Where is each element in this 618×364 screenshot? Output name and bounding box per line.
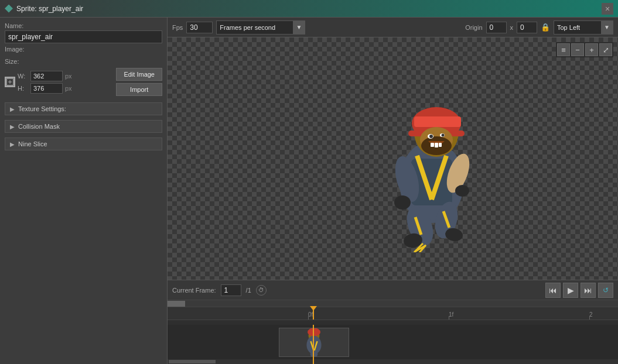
width-input[interactable] <box>30 71 63 81</box>
right-panel: Fps Frames per second Frames per game fr… <box>168 18 618 364</box>
texture-arrow-icon: ▶ <box>10 106 15 112</box>
origin-y-input[interactable] <box>517 22 537 33</box>
svg-point-22 <box>394 195 411 210</box>
total-frames-label: /1 <box>246 287 251 294</box>
nineslice-arrow-icon: ▶ <box>10 141 15 147</box>
width-unit: px <box>65 73 72 80</box>
svg-rect-18 <box>435 143 438 147</box>
fps-input[interactable] <box>186 22 213 33</box>
title-bar: Sprite: spr_player_air × <box>0 0 618 18</box>
width-label: W: <box>18 73 28 80</box>
image-label: Image: <box>5 46 162 53</box>
loop-button[interactable]: ↺ <box>598 283 613 298</box>
ruler-line-0f <box>308 316 309 320</box>
timeline-thumb[interactable] <box>168 301 185 307</box>
playhead-marker <box>310 306 317 311</box>
speed-icon[interactable]: ⏱ <box>256 285 267 296</box>
name-label: Name: <box>5 22 162 29</box>
origin-x-input[interactable] <box>486 22 507 33</box>
resize-icon[interactable] <box>5 77 15 87</box>
main-layout: Name: Image: Size: <box>0 18 618 364</box>
width-field-row: W: px <box>18 71 111 81</box>
fps-label: Fps <box>172 24 183 31</box>
frame-number-input[interactable] <box>221 284 241 296</box>
size-fields: W: px H: px <box>18 71 111 94</box>
skip-button[interactable]: ⏭ <box>581 283 596 298</box>
collision-label: Collision Mask <box>18 123 60 130</box>
timeline-ruler: 0f 1f 2 <box>168 307 618 320</box>
svg-rect-19 <box>439 143 442 147</box>
height-label: H: <box>18 85 28 92</box>
name-field-row: Name: <box>5 22 162 43</box>
zoom-buttons: ≡ − + ⤢ <box>556 42 613 57</box>
fps-select-arrow-icon[interactable]: ▼ <box>293 21 305 34</box>
name-input[interactable] <box>5 30 162 43</box>
height-field-row: H: px <box>18 83 111 94</box>
image-buttons: Edit Image Import <box>116 68 162 96</box>
ruler-1f: 1f <box>449 311 453 318</box>
rewind-button[interactable]: ⏮ <box>545 283 561 298</box>
ruler-line-1f <box>449 316 449 320</box>
svg-rect-17 <box>431 143 434 147</box>
timeline-scrollbar-thumb[interactable] <box>169 360 216 363</box>
ruler-line-2 <box>589 316 590 320</box>
size-section: Size: W: <box>5 57 162 98</box>
app-icon <box>5 5 13 13</box>
import-button[interactable]: Import <box>116 83 162 96</box>
timeline-scrollbar-top[interactable] <box>168 300 618 307</box>
playhead-track-line <box>313 325 314 364</box>
bottom-controls: Current Frame: /1 ⏱ ⏮ ▶ ⏭ ↺ <box>168 280 618 300</box>
origin-x-label: x <box>510 24 514 31</box>
playback-controls: ⏮ ▶ ⏭ ↺ <box>545 283 613 298</box>
play-button[interactable]: ▶ <box>563 283 578 298</box>
origin-preset-wrapper: Top Left Top Center Center ▼ <box>554 20 613 35</box>
origin-preset-select[interactable]: Top Left Top Center Center <box>554 23 601 32</box>
fps-select-wrapper: Frames per second Frames per game frame … <box>216 20 305 35</box>
svg-point-31 <box>308 328 320 336</box>
left-panel: Name: Image: Size: <box>0 18 168 364</box>
timeline-tracks <box>168 325 618 364</box>
timeline-area: 0f 1f 2 <box>168 300 618 364</box>
title-text: Sprite: spr_player_air <box>16 5 602 13</box>
timeline-scrollbar-bottom[interactable] <box>168 359 618 364</box>
origin-label: Origin <box>465 24 482 31</box>
edit-image-button[interactable]: Edit Image <box>116 68 162 81</box>
texture-label: Texture Settings: <box>18 105 66 112</box>
track-row <box>168 325 618 360</box>
nine-slice-section[interactable]: ▶ Nine Slice <box>5 138 162 150</box>
width-row: W: px H: px Edit Image <box>5 68 162 96</box>
close-button[interactable]: × <box>602 3 613 15</box>
image-field-row: Image: <box>5 46 162 53</box>
lock-icon[interactable]: 🔒 <box>541 23 550 32</box>
height-unit: px <box>65 85 72 92</box>
playhead[interactable] <box>313 307 314 320</box>
collision-arrow-icon: ▶ <box>10 123 15 130</box>
nine-slice-label: Nine Slice <box>18 140 47 147</box>
zoom-in-button[interactable]: + <box>585 43 598 56</box>
current-frame-label: Current Frame: <box>172 287 216 294</box>
height-input[interactable] <box>30 83 63 94</box>
zoom-out-button[interactable]: − <box>571 43 584 56</box>
track-frame[interactable] <box>279 328 349 357</box>
zoom-fit-button[interactable]: ⤢ <box>599 43 612 56</box>
texture-settings-section[interactable]: ▶ Texture Settings: <box>5 102 162 115</box>
toolbar: Fps Frames per second Frames per game fr… <box>168 18 618 37</box>
size-label: Size: <box>5 58 19 65</box>
origin-select-arrow-icon[interactable]: ▼ <box>601 21 613 34</box>
svg-point-23 <box>455 185 469 197</box>
zoom-list-button[interactable]: ≡ <box>557 43 570 56</box>
sprite-display <box>367 65 496 252</box>
svg-point-16 <box>441 134 444 137</box>
collision-mask-section[interactable]: ▶ Collision Mask <box>5 120 162 133</box>
canvas-area: ≡ − + ⤢ <box>168 37 618 280</box>
svg-point-14 <box>429 135 433 138</box>
svg-rect-9 <box>414 116 461 127</box>
fps-select[interactable]: Frames per second Frames per game frame <box>217 23 293 32</box>
